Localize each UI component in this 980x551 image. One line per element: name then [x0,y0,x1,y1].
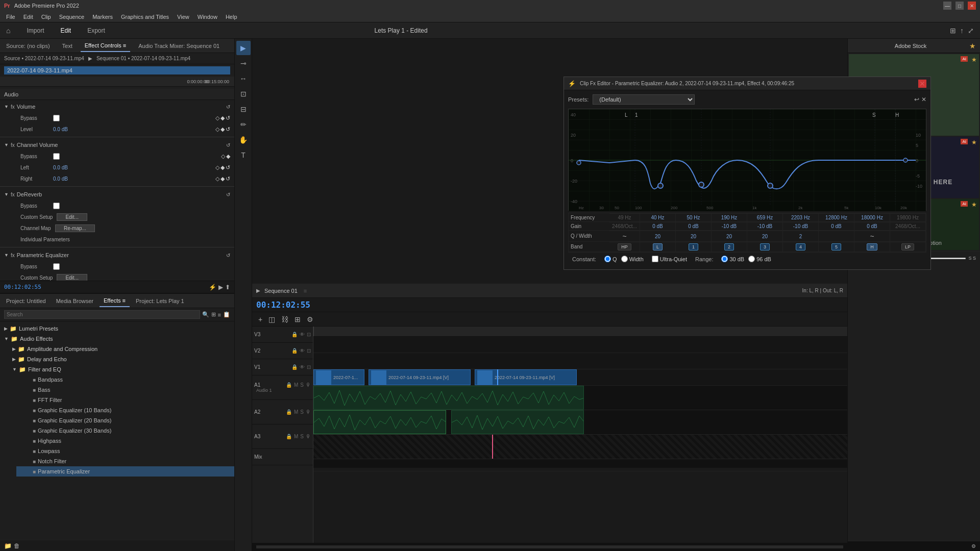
graphic-eq-10-item[interactable]: ■Graphic Equalizer (10 Bands) [16,405,234,415]
tab-media-browser[interactable]: Media Browser [52,295,97,307]
q-radio[interactable] [604,256,611,262]
v2-vis-icon[interactable]: 👁 [300,348,305,354]
qw-3[interactable]: 20 [747,231,783,241]
v1-sync-icon[interactable]: ⊡ [307,364,311,370]
filter-icon[interactable]: ⚡ [209,284,216,291]
deverb-bypass-checkbox[interactable] [53,203,60,209]
lumetri-presets-folder[interactable]: ▶ 📁 Lumetri Presets [0,323,234,334]
a1-clip-1[interactable] [313,386,584,410]
right-reset-icon[interactable]: ↺ [226,176,230,182]
gain-3[interactable]: -10 dB [747,222,783,230]
delete-icon[interactable]: 🗑 [14,542,20,549]
slip-tool[interactable]: ⊟ [236,102,251,116]
export-icon[interactable]: ⬆ [225,284,230,291]
band-l[interactable]: L [640,242,676,252]
preset-save-icon[interactable]: ↩ [914,96,919,103]
mix-track-row[interactable] [313,459,847,471]
timeline-scrollbar[interactable] [252,543,847,551]
minimize-button[interactable]: — [943,2,951,10]
param-icon2[interactable]: ◆ [220,126,225,133]
peq-reset[interactable]: ↺ [226,253,230,258]
anim-icon[interactable]: ◇ [215,115,219,121]
effects-filter-icon[interactable]: 📋 [223,311,230,318]
track-select-tool[interactable]: ⊸ [236,56,251,70]
gain-4[interactable]: -10 dB [783,222,819,230]
effects-list-icon[interactable]: ≡ [218,312,221,318]
fx-editor-close-btn[interactable]: ✕ [918,80,926,88]
snap-btn[interactable]: ◫ [266,314,277,324]
fx-editor-power-icon[interactable]: ⚡ [568,80,576,87]
fx-deverb-header[interactable]: ▼ fx DeReverb ↺ [0,189,234,200]
source-clip-item[interactable]: 2022-07-14 09-23-11.mp4 [4,66,230,74]
nav-import[interactable]: Import [22,25,48,36]
graphic-eq-30-item[interactable]: ■Graphic Equalizer (30 Bands) [16,425,234,436]
param-icon[interactable]: ◆ [220,115,225,121]
a1-lock-icon[interactable]: 🔒 [286,382,292,388]
ultra-quiet-checkbox-item[interactable]: Ultra-Quiet [652,256,687,262]
stock-item-2-star[interactable]: ★ [971,139,977,146]
fx-volume-header[interactable]: ▼ fx Volume ↺ [0,101,234,112]
v2-track-row[interactable] [313,353,847,369]
cv-anim-icon[interactable]: ◇ [221,153,225,160]
band-h[interactable]: H [854,242,890,252]
seq-settings-btn[interactable]: ⚙ [305,314,315,324]
qw-1[interactable]: 20 [676,231,712,241]
delay-folder[interactable]: ▶ 📁 Delay and Echo [8,354,234,364]
tab-text[interactable]: Text [58,40,77,52]
tab-project-letsplay[interactable]: Project: Lets Play 1 [132,295,188,307]
left-reset-icon[interactable]: ↺ [226,164,230,171]
fft-filter-item[interactable]: ■FFT Filter [16,395,234,405]
band-3[interactable]: 3 [747,242,783,252]
share-icon[interactable]: ↑ [960,27,964,35]
range-96db-radio[interactable] [748,256,755,262]
freq-3[interactable]: 659 Hz [747,213,783,221]
lp-band-btn[interactable]: LP [901,243,914,251]
width-radio-item[interactable]: Width [621,256,644,262]
menu-view[interactable]: View [173,11,193,22]
v1-clip-2[interactable]: 2022-07-14 09-23-11.mp4 [V] [369,369,471,385]
v3-sync-icon[interactable]: ⊡ [307,332,311,337]
audio-effects-folder[interactable]: ▼ 📁 Audio Effects [0,334,234,344]
v1-clip-1[interactable]: 2022-07-1... [313,369,364,385]
v2-lock-icon[interactable]: 🔒 [291,348,298,354]
range-30db-item[interactable]: 30 dB [721,256,744,262]
custom-setup-edit-btn[interactable]: Edit... [57,213,87,221]
fx-peq-header[interactable]: ▼ fx Parametric Equalizer ↺ [0,249,234,261]
freq-5[interactable]: 12800 Hz [819,213,854,221]
band-4[interactable]: 4 [783,242,819,252]
effects-grid-icon[interactable]: ⊞ [211,311,216,318]
v3-lock-icon[interactable]: 🔒 [291,332,298,337]
a1-track-row[interactable] [313,386,847,410]
freq-h[interactable]: 18000 Hz [854,213,890,221]
bandpass-item[interactable]: ■Bandpass [16,374,234,385]
horizontal-scrollbar[interactable] [256,545,843,548]
stock-item-3-star[interactable]: ★ [971,201,977,208]
lowpass-item[interactable]: ■Lowpass [16,446,234,456]
cv-param-icon[interactable]: ◆ [226,153,230,160]
insert-clip-btn[interactable]: ⊞ [292,314,303,324]
fullscreen-icon[interactable]: ⊞ [950,27,956,35]
a3-mute-icon[interactable]: M [294,434,298,439]
menu-file[interactable]: File [2,11,19,22]
band-2[interactable]: 2 [712,242,747,252]
reset-icon[interactable]: ↺ [226,115,230,121]
range-30db-radio[interactable] [721,256,728,262]
menu-edit[interactable]: Edit [19,11,37,22]
a1-mute-icon[interactable]: M [294,382,298,388]
freq-1[interactable]: 50 Hz [676,213,712,221]
filter-folder[interactable]: ▼ 📁 Filter and EQ [8,364,234,374]
fx-channel-volume-header[interactable]: ▼ fx Channel Volume ↺ [0,139,234,151]
a2-clip-2[interactable] [451,410,584,434]
hand-tool[interactable]: ✋ [236,133,251,147]
expand-icon[interactable]: ⤢ [968,27,974,35]
right-anim-icon[interactable]: ◇ [215,176,219,182]
v1-track-row[interactable]: 2022-07-1... 2022-07-14 09-23-11.mp4 [V]… [313,369,847,386]
a3-lock-icon[interactable]: 🔒 [286,434,292,439]
menu-graphics[interactable]: Graphics and Titles [117,11,173,22]
tab-source[interactable]: Source: (no clips) [2,40,54,52]
a2-solo-icon[interactable]: S [300,409,304,415]
amplitude-folder[interactable]: ▶ 📁 Amplitude and Compression [8,344,234,354]
gain-2[interactable]: -10 dB [712,222,747,230]
peq-edit-btn[interactable]: Edit... [57,274,87,281]
bypass-checkbox[interactable] [53,115,60,121]
